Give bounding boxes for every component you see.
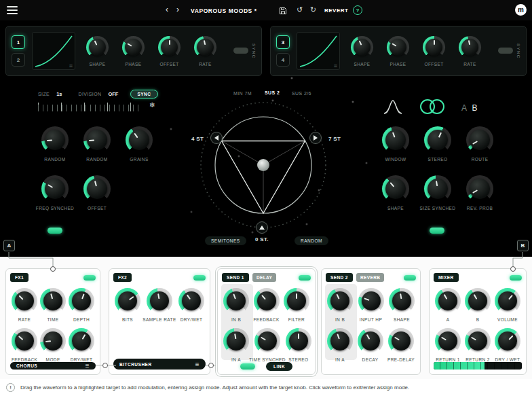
lfo-waveform-right[interactable]: ≡ <box>297 32 340 70</box>
preset-title[interactable]: VAPOROUS MOODS * <box>191 7 257 14</box>
lfo-select-1[interactable]: 1 <box>12 35 25 49</box>
size-ruler-slider[interactable] <box>38 103 141 111</box>
send1-link-button[interactable]: LINK <box>266 362 292 371</box>
route-ab-selector[interactable]: A B <box>461 103 478 113</box>
pitch-left-button[interactable] <box>210 132 223 144</box>
pitch-right-button[interactable] <box>309 132 322 144</box>
pitch-wheel[interactable] <box>195 97 331 233</box>
lfo3-offset-knob[interactable] <box>423 36 445 58</box>
send1-feedback-knob[interactable] <box>254 288 280 314</box>
fx2-power-led[interactable] <box>193 275 206 281</box>
lfo1-phase-knob[interactable] <box>122 36 145 58</box>
lfo-waveform-left[interactable]: ≡ <box>32 32 75 70</box>
lfo-select-2[interactable]: 2 <box>12 53 25 67</box>
mixer-b-knob[interactable] <box>465 288 491 314</box>
lfo1-rate-knob[interactable] <box>194 36 216 58</box>
hint-bar: ! Drag the waveform to a highlighted tar… <box>0 379 532 396</box>
fx1-mode-knob[interactable] <box>40 328 66 354</box>
send1-stereo-knob[interactable] <box>286 328 311 354</box>
rev-prob-knob[interactable] <box>466 175 493 202</box>
next-preset-button[interactable]: › <box>176 5 179 14</box>
stereo-knob[interactable] <box>424 126 451 154</box>
lfo1-offset-knob[interactable] <box>158 36 180 58</box>
size-synched-knob[interactable] <box>424 175 451 202</box>
lfo1-sync-toggle[interactable] <box>233 48 248 54</box>
lfo3-shape-knob[interactable] <box>351 36 373 58</box>
fx2-drywet-knob[interactable] <box>178 288 204 314</box>
send1-in-b-knob[interactable] <box>223 288 249 314</box>
send1-power-led[interactable] <box>299 275 311 281</box>
grain-sync-toggle[interactable]: SYNC <box>130 90 157 98</box>
fx1-depth-knob[interactable] <box>69 288 94 314</box>
mixer-volume-knob[interactable] <box>495 288 520 314</box>
fx1-type-selector[interactable]: CHORUS ≡ <box>10 362 96 370</box>
size-synched-toggle[interactable] <box>430 228 444 234</box>
fx1-drywet-knob[interactable] <box>69 328 94 354</box>
size-value[interactable]: 1s <box>56 91 62 97</box>
fx1-feedback-knob[interactable] <box>12 328 37 354</box>
fx2-type-selector[interactable]: BITCRUSHER ≡ <box>113 359 206 370</box>
fx1-rate-knob[interactable] <box>12 288 37 314</box>
lfo3-sync-toggle[interactable] <box>498 48 513 54</box>
pitch-random-button[interactable]: RANDOM <box>294 236 328 245</box>
size-label: SIZE <box>38 92 50 96</box>
send1-time-synched-knob[interactable] <box>254 328 280 354</box>
mod-source-a[interactable]: A <box>3 240 15 251</box>
semitones-button[interactable]: SEMITONES <box>205 236 246 245</box>
send1-sync-toggle[interactable] <box>240 363 255 370</box>
send2-input-hp-knob[interactable] <box>358 288 384 314</box>
fx2-samplerate-knob[interactable] <box>147 288 172 314</box>
lfo3-rate-label: RATE <box>463 62 476 67</box>
mod-source-b[interactable]: B <box>517 240 529 251</box>
grain-random-pos-knob[interactable] <box>83 126 111 154</box>
send1-in-a-knob[interactable] <box>223 328 249 354</box>
mixer-power-led[interactable] <box>510 275 522 281</box>
send2-in-b-knob[interactable] <box>327 288 353 314</box>
route-a-label[interactable]: A <box>461 103 468 113</box>
window-knob[interactable] <box>382 126 409 154</box>
fx2-bits-knob[interactable] <box>115 288 140 314</box>
menu-icon[interactable] <box>7 6 18 14</box>
mixer-a-knob[interactable] <box>435 288 461 314</box>
output-level-meter <box>434 362 522 370</box>
revert-button[interactable]: REVERT <box>324 7 348 14</box>
send2-pre-delay-knob[interactable] <box>388 328 414 354</box>
pitch-bottom-button[interactable] <box>256 221 268 234</box>
send2-shape-label: SHAPE <box>394 317 410 322</box>
lfo3-phase-knob[interactable] <box>387 36 409 58</box>
save-icon[interactable] <box>279 5 287 18</box>
lfo-select-4[interactable]: 4 <box>276 53 290 67</box>
lfo-select-3[interactable]: 3 <box>276 35 290 49</box>
route-b-label[interactable]: B <box>472 103 478 113</box>
redo-icon[interactable]: ↻ <box>310 5 316 14</box>
freq-synched-toggle[interactable] <box>48 228 62 234</box>
help-icon[interactable]: ? <box>353 5 362 15</box>
mixer-return1-knob[interactable] <box>435 328 461 354</box>
lfo3-sync-label: SYNC <box>516 43 520 59</box>
grain-random-size-knob[interactable] <box>41 126 69 154</box>
undo-icon[interactable]: ↺ <box>297 5 303 14</box>
window-curve-icon[interactable] <box>383 98 403 118</box>
lfo1-shape-knob[interactable] <box>86 36 109 58</box>
out-shape-knob[interactable] <box>382 175 409 202</box>
send2-power-led[interactable] <box>404 275 416 281</box>
send2-shape-knob[interactable] <box>389 288 415 314</box>
grain-offset-knob[interactable] <box>83 175 111 202</box>
division-value[interactable]: OFF <box>108 91 118 97</box>
send2-in-a-knob[interactable] <box>327 328 353 354</box>
brand-logo[interactable]: m <box>515 4 527 16</box>
send2-decay-knob[interactable] <box>358 328 383 354</box>
fx1-time-knob[interactable] <box>40 288 66 314</box>
send1-filter-knob[interactable] <box>284 288 309 314</box>
stereo-circles-icon[interactable] <box>418 98 446 118</box>
fx1-power-led[interactable] <box>83 275 96 281</box>
freq-synched-knob[interactable] <box>41 175 69 202</box>
prev-preset-button[interactable]: ‹ <box>166 5 168 14</box>
send1-in-b-label: IN B <box>231 317 241 322</box>
freeze-icon[interactable]: ❄ <box>149 101 155 109</box>
mixer-drywet-knob[interactable] <box>495 328 520 354</box>
route-knob[interactable] <box>466 126 493 154</box>
mixer-return2-knob[interactable] <box>465 328 491 354</box>
grains-knob[interactable] <box>126 126 153 154</box>
lfo3-rate-knob[interactable] <box>459 36 481 58</box>
